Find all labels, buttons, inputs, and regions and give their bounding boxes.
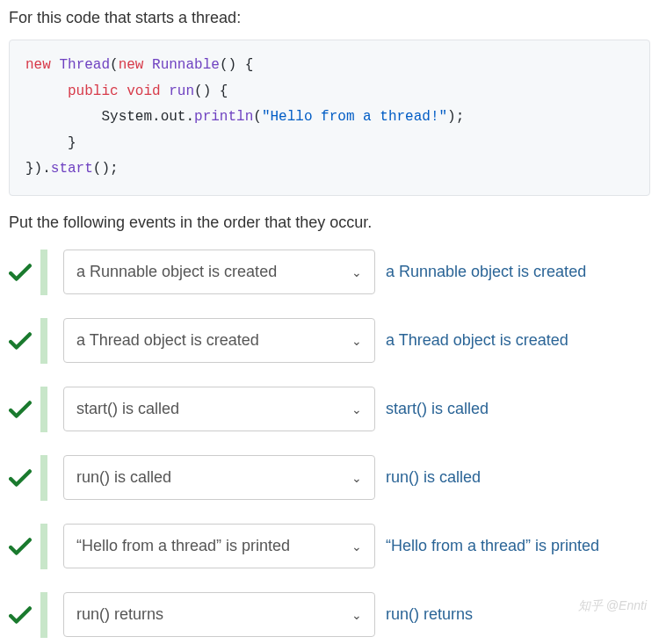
paren: (	[253, 109, 262, 125]
code-text: }).	[25, 161, 51, 177]
order-select[interactable]: a Thread object is created ⌄	[63, 318, 375, 363]
method-run: run	[169, 83, 194, 99]
correct-indicator-bar	[40, 318, 47, 364]
code-text: () {	[220, 57, 253, 73]
check-icon	[9, 604, 33, 626]
correct-answer-label: run() is called	[386, 468, 481, 487]
check-icon	[9, 536, 33, 557]
chevron-down-icon: ⌄	[351, 265, 362, 279]
check-icon	[9, 330, 33, 351]
check-icon	[9, 467, 33, 488]
paren: (	[110, 57, 119, 73]
order-select[interactable]: start() is called ⌄	[63, 387, 375, 431]
select-value: run() returns	[76, 605, 163, 624]
method-start: start	[51, 161, 93, 177]
string-literal: "Hello from a thread!"	[262, 109, 447, 125]
keyword-void: void	[127, 83, 160, 99]
chevron-down-icon: ⌄	[351, 402, 362, 416]
select-value: “Hello from a thread” is printed	[76, 537, 290, 555]
code-text: );	[447, 109, 464, 125]
brace: }	[68, 135, 76, 151]
answer-row: run() returns ⌄ run() returns	[9, 592, 650, 638]
correct-indicator-bar	[40, 250, 47, 295]
correct-answer-label: start() is called	[386, 400, 489, 418]
keyword-new: new	[119, 57, 144, 73]
select-value: start() is called	[76, 400, 179, 418]
code-text: () {	[194, 83, 228, 99]
answer-row: a Thread object is created ⌄ a Thread ob…	[9, 318, 650, 364]
code-text: System.out.	[101, 109, 194, 125]
correct-answer-label: a Runnable object is created	[386, 263, 586, 281]
keyword-public: public	[68, 83, 119, 99]
answer-row: run() is called ⌄ run() is called	[9, 455, 650, 501]
correct-indicator-bar	[40, 387, 47, 432]
correct-indicator-bar	[40, 524, 47, 569]
correct-indicator-bar	[40, 592, 47, 638]
type-runnable: Runnable	[152, 57, 220, 73]
order-select[interactable]: “Hello from a thread” is printed ⌄	[63, 524, 375, 568]
method-println: println	[194, 109, 253, 125]
select-value: a Thread object is created	[76, 331, 259, 350]
chevron-down-icon: ⌄	[351, 539, 362, 554]
check-icon	[9, 399, 33, 420]
order-select[interactable]: a Runnable object is created ⌄	[63, 250, 375, 294]
chevron-down-icon: ⌄	[351, 471, 362, 485]
answer-row: “Hello from a thread” is printed ⌄ “Hell…	[9, 524, 650, 569]
code-block: new Thread(new Runnable() { public void …	[9, 40, 650, 196]
order-select[interactable]: run() is called ⌄	[63, 455, 375, 500]
check-icon	[9, 262, 33, 283]
intro-text: For this code that starts a thread:	[9, 9, 650, 27]
instruction-text: Put the following events in the order th…	[9, 213, 650, 232]
correct-answer-label: run() returns	[386, 605, 473, 624]
answers-list: a Runnable object is created ⌄ a Runnabl…	[9, 250, 650, 638]
select-value: run() is called	[76, 468, 171, 487]
select-value: a Runnable object is created	[76, 263, 277, 281]
type-thread: Thread	[59, 57, 110, 73]
order-select[interactable]: run() returns ⌄	[63, 592, 375, 637]
answer-row: start() is called ⌄ start() is called	[9, 387, 650, 432]
correct-answer-label: a Thread object is created	[386, 331, 568, 350]
chevron-down-icon: ⌄	[351, 334, 362, 348]
answer-row: a Runnable object is created ⌄ a Runnabl…	[9, 250, 650, 295]
code-text: ();	[93, 161, 119, 177]
correct-indicator-bar	[40, 455, 47, 501]
chevron-down-icon: ⌄	[351, 608, 362, 622]
correct-answer-label: “Hello from a thread” is printed	[386, 537, 599, 555]
keyword-new: new	[25, 57, 51, 73]
